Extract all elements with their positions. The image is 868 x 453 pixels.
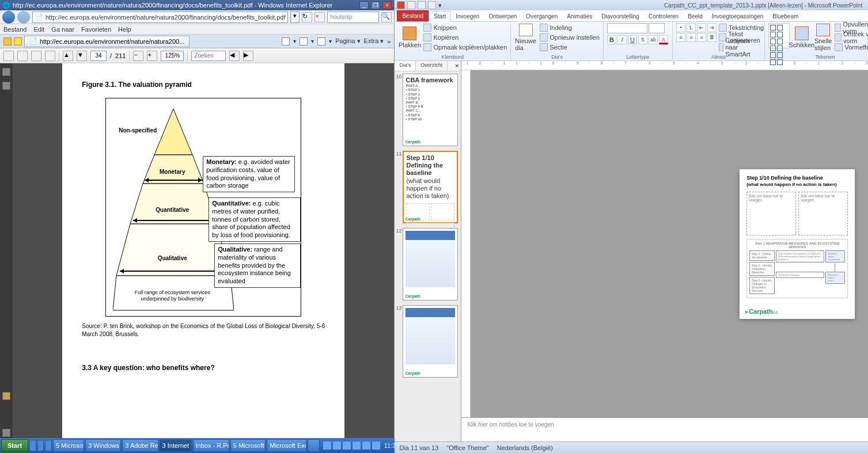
ie-titlebar[interactable]: 🌐 http://ec.europa.eu/environment/nature… bbox=[0, 0, 394, 10]
indent-less-button[interactable]: ⇤ bbox=[697, 23, 706, 32]
slide-canvas[interactable]: Step 1/10 Defining the baseline (what wo… bbox=[461, 70, 868, 417]
bullets-button[interactable]: • bbox=[676, 23, 685, 32]
tray-icon[interactable] bbox=[362, 441, 370, 450]
quicklaunch-desktop-icon[interactable] bbox=[29, 440, 36, 451]
notes-pane[interactable]: Klik hier om notities toe te voegen bbox=[461, 417, 868, 441]
align-right-button[interactable]: ≡ bbox=[697, 33, 706, 42]
status-language[interactable]: Nederlands (België) bbox=[497, 444, 553, 451]
taskbar-btn-outlook[interactable]: Inbox - R.Peters@... bbox=[193, 439, 229, 452]
font-size-input[interactable] bbox=[649, 23, 665, 33]
taskbar-btn-adobe[interactable]: 3 Adobe Reader 9.0 bbox=[122, 439, 158, 452]
shapes-gallery[interactable] bbox=[768, 23, 790, 48]
search-go-button[interactable]: 🔍 bbox=[381, 12, 392, 22]
pdf-pages-icon[interactable] bbox=[45, 51, 55, 61]
menu-favorieten[interactable]: Favorieten bbox=[81, 26, 111, 33]
pdf-save-icon[interactable] bbox=[3, 51, 14, 61]
address-bar[interactable]: 📄 http://ec.europa.eu/environment/nature… bbox=[32, 12, 288, 23]
menu-ga-naar[interactable]: Ga naar bbox=[51, 26, 74, 33]
chevron-icon[interactable]: » bbox=[387, 38, 391, 45]
font-family-input[interactable] bbox=[607, 23, 647, 33]
knippen-button[interactable]: Knippen bbox=[423, 23, 507, 32]
bold-button[interactable]: B bbox=[607, 35, 616, 44]
panel-close-icon[interactable]: × bbox=[453, 61, 461, 71]
pdf-find-input[interactable] bbox=[191, 51, 226, 61]
diagram-placeholder[interactable]: Part 1 ADAPTATION MEASURES AND ECOSYSTEM… bbox=[746, 239, 848, 298]
tab-overzicht[interactable]: Overzicht bbox=[416, 61, 448, 71]
slide-title[interactable]: Step 1/10 Defining the baseline bbox=[746, 175, 848, 181]
qat-dropdown-icon[interactable]: ▾ bbox=[438, 2, 442, 9]
tab-bluebeam[interactable]: Bluebeam bbox=[768, 12, 803, 21]
page-menu[interactable]: Pagina ▾ bbox=[335, 37, 360, 45]
pdf-thumbnails-icon[interactable] bbox=[2, 68, 10, 76]
tray-icon[interactable] bbox=[343, 441, 351, 450]
qat-undo-icon[interactable] bbox=[418, 1, 426, 9]
indent-more-button[interactable]: ⇥ bbox=[707, 23, 717, 32]
url-dropdown[interactable]: ▾ bbox=[290, 12, 300, 23]
smartart-button[interactable]: Converteren naar SmartArt bbox=[719, 43, 764, 52]
pp-titlebar[interactable]: ▾ Carpath_CC_ppt_template_2013-1.pptx [A… bbox=[395, 0, 868, 10]
favorites-star-icon[interactable] bbox=[3, 37, 12, 45]
refresh-button[interactable]: ↻ bbox=[302, 12, 312, 22]
opnieuw-button[interactable]: Opnieuw instellen bbox=[540, 33, 600, 42]
content-placeholder-right[interactable]: Klik om tekst toe te voegen bbox=[798, 192, 848, 235]
opmaak-button[interactable]: Opmaak kopiëren/plakken bbox=[423, 43, 507, 52]
pdf-find-prev-icon[interactable]: ◀ bbox=[229, 51, 240, 61]
taskbar-btn-ie[interactable]: 3 Internet Explo... bbox=[160, 439, 192, 452]
align-center-button[interactable]: ≡ bbox=[687, 33, 696, 42]
pdf-next-page-icon[interactable]: ▼ bbox=[77, 51, 87, 61]
tab-invoegtoepassingen[interactable]: Invoegtoepassingen bbox=[707, 12, 768, 21]
tab-ontwerpen[interactable]: Ontwerpen bbox=[484, 12, 521, 21]
pdf-page-input[interactable] bbox=[90, 51, 107, 61]
start-button[interactable]: Start bbox=[1, 439, 28, 452]
pdf-zoom-in-icon[interactable]: + bbox=[147, 51, 157, 61]
sectie-button[interactable]: Sectie bbox=[540, 43, 600, 52]
underline-button[interactable]: U bbox=[628, 35, 637, 44]
pdf-print-icon[interactable] bbox=[17, 51, 28, 61]
browser-tab[interactable]: 📄 http://ec.europa.eu/environment/nature… bbox=[24, 36, 189, 47]
taskbar-btn-explorer[interactable]: 3 Windows Explorer bbox=[85, 439, 121, 452]
tab-bestand[interactable]: Bestand bbox=[397, 10, 429, 21]
align-left-button[interactable]: ≡ bbox=[676, 33, 685, 42]
maximize-button[interactable]: ❐ bbox=[371, 1, 380, 9]
shadow-button[interactable]: ab bbox=[649, 35, 658, 44]
slide-thumb-11[interactable]: 11Step 1/10 Defining the baseline(what w… bbox=[397, 151, 458, 223]
tab-overgangen[interactable]: Overgangen bbox=[521, 12, 562, 21]
tab-beeld[interactable]: Beeld bbox=[683, 12, 707, 21]
tray-icon[interactable] bbox=[372, 441, 380, 450]
stop-button[interactable]: × bbox=[314, 12, 325, 22]
qat-save-icon[interactable] bbox=[407, 1, 415, 9]
italic-button[interactable]: I bbox=[617, 35, 627, 44]
pp-app-icon[interactable] bbox=[397, 1, 405, 9]
menu-help[interactable]: Help bbox=[118, 26, 131, 33]
nieuwe-dia-button[interactable]: Nieuwe dia bbox=[514, 23, 537, 52]
content-placeholder-left[interactable]: Klik om tekst toe te voegen bbox=[746, 192, 796, 235]
menu-bestand[interactable]: Bestand bbox=[3, 26, 26, 33]
back-button[interactable] bbox=[2, 11, 15, 24]
pdf-attach-icon[interactable] bbox=[2, 392, 10, 400]
quicklaunch-ie-icon[interactable] bbox=[37, 440, 44, 451]
quicklaunch-explorer-icon[interactable] bbox=[45, 440, 52, 451]
pdf-clip-icon[interactable] bbox=[2, 429, 10, 437]
qat-redo-icon[interactable] bbox=[428, 1, 436, 9]
close-button[interactable]: × bbox=[382, 1, 392, 9]
columns-button[interactable]: ≣ bbox=[707, 33, 717, 42]
tray-icon[interactable] bbox=[333, 441, 341, 450]
menu-edit[interactable]: Edit bbox=[33, 26, 44, 33]
slide-11[interactable]: Step 1/10 Defining the baseline (what wo… bbox=[740, 169, 855, 319]
kopieren-button[interactable]: Kopiëren bbox=[423, 33, 507, 42]
pdf-zoom-out-icon[interactable]: − bbox=[133, 51, 143, 61]
taskbar-btn-word[interactable]: 5 Microsoft Word bbox=[53, 439, 84, 452]
add-favorite-icon[interactable] bbox=[14, 37, 22, 45]
pdf-email-icon[interactable] bbox=[31, 51, 41, 61]
effecten-button[interactable]: Vormeffecten bbox=[835, 43, 868, 52]
slide-thumb-12[interactable]: 12Carpath bbox=[397, 228, 458, 300]
feeds-icon[interactable] bbox=[300, 37, 308, 45]
print-icon[interactable] bbox=[317, 37, 325, 45]
pdf-zoom-input[interactable] bbox=[161, 51, 184, 61]
minimize-button[interactable]: _ bbox=[359, 1, 369, 9]
pdf-prev-page-icon[interactable]: ▲ bbox=[63, 51, 73, 61]
numbering-button[interactable]: 1. bbox=[687, 23, 696, 32]
home-icon[interactable] bbox=[282, 37, 290, 45]
tab-diavoorstelling[interactable]: Diavoorstelling bbox=[597, 12, 644, 21]
tab-animaties[interactable]: Animaties bbox=[562, 12, 597, 21]
